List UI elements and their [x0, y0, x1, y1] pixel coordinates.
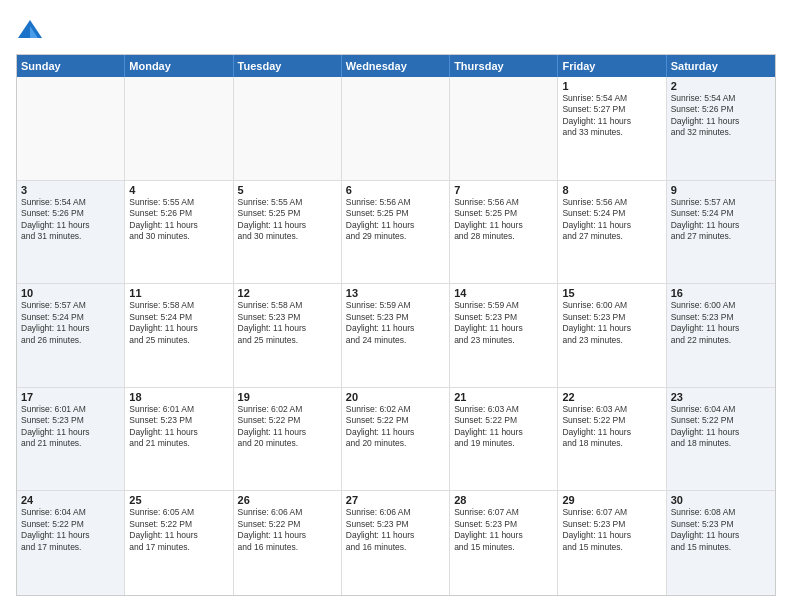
- day-number: 8: [562, 184, 661, 196]
- day-info: Sunrise: 5:58 AM Sunset: 5:24 PM Dayligh…: [129, 300, 228, 346]
- day-info: Sunrise: 6:03 AM Sunset: 5:22 PM Dayligh…: [562, 404, 661, 450]
- calendar-cell: 11Sunrise: 5:58 AM Sunset: 5:24 PM Dayli…: [125, 284, 233, 387]
- day-number: 12: [238, 287, 337, 299]
- day-info: Sunrise: 6:01 AM Sunset: 5:23 PM Dayligh…: [21, 404, 120, 450]
- day-number: 16: [671, 287, 771, 299]
- calendar-cell: 19Sunrise: 6:02 AM Sunset: 5:22 PM Dayli…: [234, 388, 342, 491]
- day-number: 17: [21, 391, 120, 403]
- day-number: 23: [671, 391, 771, 403]
- day-number: 25: [129, 494, 228, 506]
- calendar-cell: 28Sunrise: 6:07 AM Sunset: 5:23 PM Dayli…: [450, 491, 558, 595]
- day-number: 30: [671, 494, 771, 506]
- day-number: 2: [671, 80, 771, 92]
- day-info: Sunrise: 6:07 AM Sunset: 5:23 PM Dayligh…: [454, 507, 553, 553]
- day-info: Sunrise: 5:54 AM Sunset: 5:27 PM Dayligh…: [562, 93, 661, 139]
- weekday-header: Tuesday: [234, 55, 342, 77]
- day-number: 13: [346, 287, 445, 299]
- day-info: Sunrise: 6:07 AM Sunset: 5:23 PM Dayligh…: [562, 507, 661, 553]
- calendar-cell: 2Sunrise: 5:54 AM Sunset: 5:26 PM Daylig…: [667, 77, 775, 180]
- day-number: 22: [562, 391, 661, 403]
- calendar-cell: 21Sunrise: 6:03 AM Sunset: 5:22 PM Dayli…: [450, 388, 558, 491]
- calendar-cell: 27Sunrise: 6:06 AM Sunset: 5:23 PM Dayli…: [342, 491, 450, 595]
- calendar-cell: 20Sunrise: 6:02 AM Sunset: 5:22 PM Dayli…: [342, 388, 450, 491]
- calendar-cell: 6Sunrise: 5:56 AM Sunset: 5:25 PM Daylig…: [342, 181, 450, 284]
- day-info: Sunrise: 5:54 AM Sunset: 5:26 PM Dayligh…: [671, 93, 771, 139]
- calendar-cell: 24Sunrise: 6:04 AM Sunset: 5:22 PM Dayli…: [17, 491, 125, 595]
- calendar-cell: 30Sunrise: 6:08 AM Sunset: 5:23 PM Dayli…: [667, 491, 775, 595]
- calendar-cell: [450, 77, 558, 180]
- weekday-header: Monday: [125, 55, 233, 77]
- day-number: 5: [238, 184, 337, 196]
- day-number: 11: [129, 287, 228, 299]
- calendar-header: SundayMondayTuesdayWednesdayThursdayFrid…: [17, 55, 775, 77]
- calendar-cell: 17Sunrise: 6:01 AM Sunset: 5:23 PM Dayli…: [17, 388, 125, 491]
- day-number: 27: [346, 494, 445, 506]
- day-number: 18: [129, 391, 228, 403]
- calendar-cell: 1Sunrise: 5:54 AM Sunset: 5:27 PM Daylig…: [558, 77, 666, 180]
- calendar: SundayMondayTuesdayWednesdayThursdayFrid…: [16, 54, 776, 596]
- day-number: 24: [21, 494, 120, 506]
- calendar-row: 1Sunrise: 5:54 AM Sunset: 5:27 PM Daylig…: [17, 77, 775, 181]
- calendar-cell: 14Sunrise: 5:59 AM Sunset: 5:23 PM Dayli…: [450, 284, 558, 387]
- calendar-cell: 9Sunrise: 5:57 AM Sunset: 5:24 PM Daylig…: [667, 181, 775, 284]
- header: [16, 16, 776, 44]
- day-number: 21: [454, 391, 553, 403]
- calendar-row: 10Sunrise: 5:57 AM Sunset: 5:24 PM Dayli…: [17, 284, 775, 388]
- day-info: Sunrise: 6:02 AM Sunset: 5:22 PM Dayligh…: [346, 404, 445, 450]
- calendar-cell: 13Sunrise: 5:59 AM Sunset: 5:23 PM Dayli…: [342, 284, 450, 387]
- weekday-header: Friday: [558, 55, 666, 77]
- day-info: Sunrise: 5:56 AM Sunset: 5:24 PM Dayligh…: [562, 197, 661, 243]
- day-number: 19: [238, 391, 337, 403]
- calendar-cell: [17, 77, 125, 180]
- day-info: Sunrise: 6:00 AM Sunset: 5:23 PM Dayligh…: [671, 300, 771, 346]
- logo: [16, 16, 48, 44]
- calendar-cell: 3Sunrise: 5:54 AM Sunset: 5:26 PM Daylig…: [17, 181, 125, 284]
- page: SundayMondayTuesdayWednesdayThursdayFrid…: [0, 0, 792, 612]
- calendar-cell: [234, 77, 342, 180]
- day-info: Sunrise: 5:55 AM Sunset: 5:26 PM Dayligh…: [129, 197, 228, 243]
- day-number: 6: [346, 184, 445, 196]
- calendar-cell: 16Sunrise: 6:00 AM Sunset: 5:23 PM Dayli…: [667, 284, 775, 387]
- weekday-header: Saturday: [667, 55, 775, 77]
- calendar-cell: 26Sunrise: 6:06 AM Sunset: 5:22 PM Dayli…: [234, 491, 342, 595]
- day-number: 1: [562, 80, 661, 92]
- day-number: 14: [454, 287, 553, 299]
- day-info: Sunrise: 6:05 AM Sunset: 5:22 PM Dayligh…: [129, 507, 228, 553]
- day-info: Sunrise: 5:54 AM Sunset: 5:26 PM Dayligh…: [21, 197, 120, 243]
- day-number: 9: [671, 184, 771, 196]
- day-info: Sunrise: 6:04 AM Sunset: 5:22 PM Dayligh…: [671, 404, 771, 450]
- day-info: Sunrise: 6:03 AM Sunset: 5:22 PM Dayligh…: [454, 404, 553, 450]
- calendar-row: 24Sunrise: 6:04 AM Sunset: 5:22 PM Dayli…: [17, 491, 775, 595]
- calendar-cell: 18Sunrise: 6:01 AM Sunset: 5:23 PM Dayli…: [125, 388, 233, 491]
- day-info: Sunrise: 5:57 AM Sunset: 5:24 PM Dayligh…: [21, 300, 120, 346]
- day-number: 10: [21, 287, 120, 299]
- calendar-row: 3Sunrise: 5:54 AM Sunset: 5:26 PM Daylig…: [17, 181, 775, 285]
- calendar-cell: 23Sunrise: 6:04 AM Sunset: 5:22 PM Dayli…: [667, 388, 775, 491]
- day-number: 20: [346, 391, 445, 403]
- day-info: Sunrise: 6:06 AM Sunset: 5:23 PM Dayligh…: [346, 507, 445, 553]
- calendar-row: 17Sunrise: 6:01 AM Sunset: 5:23 PM Dayli…: [17, 388, 775, 492]
- calendar-cell: 22Sunrise: 6:03 AM Sunset: 5:22 PM Dayli…: [558, 388, 666, 491]
- calendar-cell: [342, 77, 450, 180]
- day-info: Sunrise: 5:59 AM Sunset: 5:23 PM Dayligh…: [346, 300, 445, 346]
- day-info: Sunrise: 5:56 AM Sunset: 5:25 PM Dayligh…: [454, 197, 553, 243]
- day-number: 26: [238, 494, 337, 506]
- day-info: Sunrise: 6:02 AM Sunset: 5:22 PM Dayligh…: [238, 404, 337, 450]
- day-number: 28: [454, 494, 553, 506]
- calendar-cell: 10Sunrise: 5:57 AM Sunset: 5:24 PM Dayli…: [17, 284, 125, 387]
- day-info: Sunrise: 5:57 AM Sunset: 5:24 PM Dayligh…: [671, 197, 771, 243]
- calendar-body: 1Sunrise: 5:54 AM Sunset: 5:27 PM Daylig…: [17, 77, 775, 595]
- calendar-cell: [125, 77, 233, 180]
- calendar-cell: 12Sunrise: 5:58 AM Sunset: 5:23 PM Dayli…: [234, 284, 342, 387]
- logo-icon: [16, 16, 44, 44]
- calendar-cell: 15Sunrise: 6:00 AM Sunset: 5:23 PM Dayli…: [558, 284, 666, 387]
- calendar-cell: 8Sunrise: 5:56 AM Sunset: 5:24 PM Daylig…: [558, 181, 666, 284]
- day-info: Sunrise: 5:59 AM Sunset: 5:23 PM Dayligh…: [454, 300, 553, 346]
- day-info: Sunrise: 6:01 AM Sunset: 5:23 PM Dayligh…: [129, 404, 228, 450]
- day-number: 29: [562, 494, 661, 506]
- calendar-cell: 7Sunrise: 5:56 AM Sunset: 5:25 PM Daylig…: [450, 181, 558, 284]
- weekday-header: Thursday: [450, 55, 558, 77]
- calendar-cell: 29Sunrise: 6:07 AM Sunset: 5:23 PM Dayli…: [558, 491, 666, 595]
- day-number: 7: [454, 184, 553, 196]
- day-info: Sunrise: 6:08 AM Sunset: 5:23 PM Dayligh…: [671, 507, 771, 553]
